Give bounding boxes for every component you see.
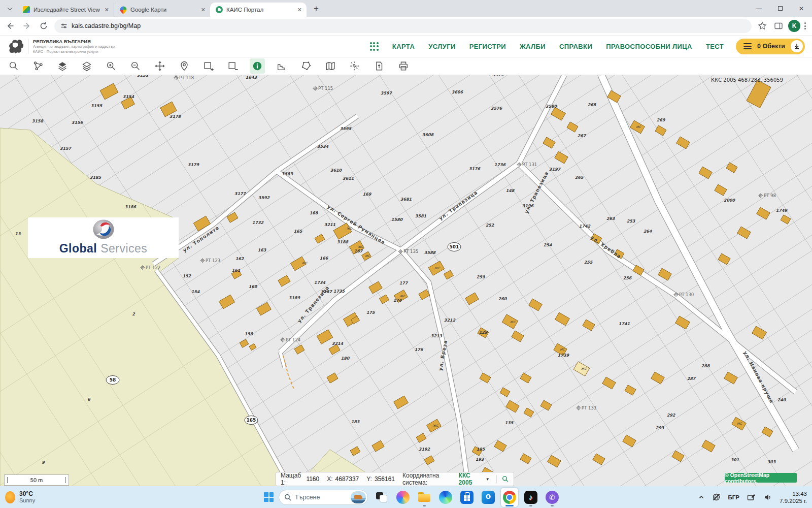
info-tool-button[interactable]: [250, 58, 265, 74]
task-view-app-button[interactable]: [373, 488, 390, 507]
site-settings-icon[interactable]: [60, 22, 67, 29]
measure-tool-button[interactable]: [274, 58, 289, 74]
layers-tool-button[interactable]: [79, 58, 94, 74]
window-close-button[interactable]: ✕: [791, 0, 812, 17]
nav-item-услуги[interactable]: УСЛУГИ: [428, 43, 455, 50]
forward-button[interactable]: [20, 19, 33, 33]
location-tool-button[interactable]: [177, 58, 192, 74]
osm-attribution[interactable]: © OpenStreetMap contributors.: [725, 473, 797, 483]
x-label: X:: [327, 475, 332, 483]
tab-close-icon[interactable]: ✕: [201, 7, 206, 13]
volume-icon[interactable]: [764, 493, 772, 501]
outlook-app-button[interactable]: [480, 488, 497, 507]
zoom-in-tool-button[interactable]: [104, 58, 119, 74]
svg-text:1732: 1732: [252, 220, 264, 225]
copilot-app-button[interactable]: [394, 488, 412, 507]
windows-taskbar: 30°C Sunny Търсене БГР 13:43 7.9.2025 г.: [0, 486, 812, 508]
edge-app-button[interactable]: [437, 488, 454, 507]
crs-dropdown-icon[interactable]: ▼: [486, 477, 490, 482]
lasso-tool-button[interactable]: [298, 58, 314, 74]
pan-tool-button[interactable]: [152, 58, 167, 74]
nav-item-правоспособни-лица[interactable]: ПРАВОСПОСОБНИ ЛИЦА: [606, 43, 692, 50]
side-panel-icon[interactable]: [772, 19, 785, 33]
svg-text:288: 288: [701, 364, 710, 368]
map-tool-button[interactable]: [323, 58, 338, 74]
tab-search-button[interactable]: [4, 3, 15, 14]
svg-text:ЖС: ЖС: [347, 227, 352, 230]
svg-text:1742: 1742: [579, 224, 591, 229]
org-titles: РЕПУБЛИКА БЪЛГАРИЯ Агенция по геодезия, …: [28, 39, 115, 54]
pen-display-icon[interactable]: [747, 493, 756, 501]
clock-widget[interactable]: 13:43 7.9.2025 г.: [780, 490, 807, 504]
svg-text:135: 135: [505, 421, 514, 425]
task-view-icon: [375, 491, 388, 504]
layers-filled-icon: [57, 60, 68, 72]
svg-text:3681: 3681: [400, 197, 412, 202]
svg-text:3156: 3156: [72, 120, 84, 125]
search-tool-button[interactable]: [6, 58, 21, 74]
layers-filled-tool-button[interactable]: [55, 58, 70, 74]
nav-item-справки[interactable]: СПРАВКИ: [559, 43, 592, 50]
taskbar-search[interactable]: Търсене: [279, 490, 368, 505]
browser-menu-icon[interactable]: [804, 22, 806, 29]
rect-add-tool-button[interactable]: [201, 58, 216, 74]
keyboard-language[interactable]: БГР: [728, 494, 739, 500]
tab-close-icon[interactable]: ✕: [297, 7, 302, 13]
svg-text:3212: 3212: [444, 318, 456, 323]
svg-text:3534: 3534: [317, 144, 329, 149]
chrome-app-button[interactable]: [501, 488, 518, 507]
export-tool-button[interactable]: [371, 58, 387, 74]
rect-remove-icon: [227, 60, 239, 72]
crs-value[interactable]: ККС 2005: [459, 472, 482, 486]
svg-text:РТ 133: РТ 133: [582, 405, 596, 410]
tiktok-app-button[interactable]: [522, 488, 539, 507]
nav-item-регистри[interactable]: РЕГИСТРИ: [469, 43, 506, 50]
weather-widget[interactable]: 30°C Sunny: [5, 490, 35, 504]
tab-title: Google Карти: [130, 7, 198, 13]
network-offline-icon[interactable]: [712, 493, 721, 501]
topology-tool-button[interactable]: [30, 58, 46, 74]
zoom-out-tool-button[interactable]: [128, 58, 143, 74]
back-button[interactable]: [4, 19, 17, 33]
apps-grid-icon[interactable]: [370, 42, 379, 51]
window-maximize-button[interactable]: [769, 0, 791, 17]
bookmark-star-icon[interactable]: [756, 19, 769, 33]
nav-item-карта[interactable]: КАРТА: [392, 43, 415, 50]
cadastre-map-canvas[interactable]: ЖСЖСМСЖСЖСМСЖСЖСМСЖСЖСМС3153315431553156…: [0, 75, 812, 486]
running-indicator: [505, 505, 514, 506]
tab-close-icon[interactable]: ✕: [105, 7, 109, 13]
nav-item-жалби[interactable]: ЖАЛБИ: [520, 43, 546, 50]
zoom-out-icon: [130, 60, 141, 72]
start-button[interactable]: [264, 492, 274, 502]
svg-text:3153: 3153: [137, 75, 149, 78]
coordinates-search-icon[interactable]: [502, 475, 509, 483]
roads-tool-button[interactable]: [347, 58, 362, 74]
nav-item-тест[interactable]: ТЕСТ: [706, 43, 724, 50]
reload-button[interactable]: [37, 19, 50, 33]
window-minimize-button[interactable]: —: [748, 0, 769, 17]
profile-avatar[interactable]: K: [788, 20, 800, 32]
svg-text:3197: 3197: [549, 167, 561, 172]
download-button[interactable]: [791, 40, 803, 52]
rect-remove-tool-button[interactable]: [225, 58, 241, 74]
tray-chevron-icon[interactable]: [698, 494, 704, 500]
browser-tab[interactable]: Google Карти ✕: [114, 3, 210, 17]
url-field[interactable]: kais.cadastre.bg/bg/Map: [54, 19, 752, 33]
url-text: kais.cadastre.bg/bg/Map: [72, 22, 141, 29]
store-app-button[interactable]: [458, 488, 476, 507]
browser-tab[interactable]: Изследвайте Street View и доб ✕: [17, 3, 114, 17]
objects-button[interactable]: 0 Обекти: [736, 39, 805, 54]
svg-text:РТ 118: РТ 118: [179, 75, 194, 80]
svg-text:195: 195: [477, 447, 486, 452]
print-tool-button[interactable]: [396, 58, 411, 74]
svg-text:269: 269: [657, 118, 666, 122]
new-tab-button[interactable]: +: [310, 2, 323, 15]
browser-tab[interactable]: КАИС Портал ✕: [210, 3, 307, 17]
browser-address-bar: kais.cadastre.bg/bg/Map K: [0, 17, 812, 36]
search-highlight-image[interactable]: [351, 491, 366, 503]
file-explorer-app-button[interactable]: [416, 488, 433, 507]
running-indicator: [529, 505, 532, 506]
viber-app-button[interactable]: [544, 488, 561, 507]
svg-text:ЖС: ЖС: [581, 367, 587, 370]
org-subtitle-1: Агенция по геодезия, картография и кадас…: [33, 44, 115, 49]
